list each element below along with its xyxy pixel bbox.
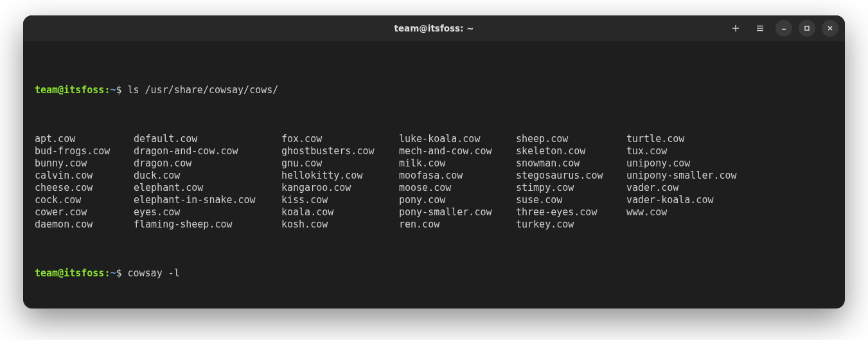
ls-file: three-eyes.cow [516,206,626,219]
ls-file: moofasa.cow [399,170,516,182]
ls-file: cheese.cow [35,182,134,194]
ls-file: pony-smaller.cow [399,206,516,219]
window-controls [727,15,838,41]
ls-file: elephant-in-snake.cow [134,194,281,206]
prompt-dollar: $ [116,267,127,279]
ls-file: eyes.cow [134,206,281,219]
ls-file [626,219,833,231]
ls-file: kiss.cow [281,194,399,206]
command-2: cowsay -l [128,267,180,279]
ls-file: dragon-and-cow.cow [134,145,281,157]
ls-file: stegosaurus.cow [516,170,626,182]
ls-file: tux.cow [626,145,833,157]
ls-file: vader.cow [626,182,833,194]
maximize-button[interactable] [799,20,815,37]
ls-file: unipony-smaller.cow [626,170,833,182]
ls-file: duck.cow [134,170,281,182]
menu-button[interactable] [751,19,769,37]
ls-file: turtle.cow [626,133,833,145]
ls-file: kosh.cow [281,219,399,231]
hamburger-icon [756,24,765,33]
ls-file: snowman.cow [516,157,626,170]
ls-file: elephant.cow [134,182,281,194]
ls-file: gnu.cow [281,157,399,170]
svg-rect-0 [805,26,809,30]
ls-file: dragon.cow [134,157,281,170]
titlebar: team@itsfoss: ~ [23,15,845,41]
ls-file: vader-koala.cow [626,194,833,206]
ls-file: moose.cow [399,182,516,194]
close-icon [826,24,834,32]
ls-file: unipony.cow [626,157,833,170]
ls-file: cower.cow [35,206,134,219]
ls-file: ren.cow [399,219,516,231]
plus-icon [731,24,740,33]
ls-file: daemon.cow [35,219,134,231]
ls-file: kangaroo.cow [281,182,399,194]
ls-file: www.cow [626,206,833,219]
ls-output-grid: apt.cowdefault.cowfox.cowluke-koala.cows… [35,133,833,231]
ls-file: ghostbusters.cow [281,145,399,157]
terminal-window: team@itsfoss: ~ team@itsfoss:~$ ls /usr/… [23,15,845,309]
prompt-line-2: team@itsfoss:~$ cowsay -l [35,267,833,280]
ls-file: default.cow [134,133,281,145]
minimize-button[interactable] [775,20,792,37]
ls-file: milk.cow [399,157,516,170]
maximize-icon [803,24,811,32]
ls-file: luke-koala.cow [399,133,516,145]
ls-file: flaming-sheep.cow [134,219,281,231]
minimize-icon [780,24,788,32]
prompt-user: team@itsfoss [35,84,104,96]
ls-file: fox.cow [281,133,399,145]
ls-file: turkey.cow [516,219,626,231]
ls-file: mech-and-cow.cow [399,145,516,157]
ls-file: koala.cow [281,206,399,219]
ls-file: cock.cow [35,194,134,206]
ls-file: calvin.cow [35,170,134,182]
prompt-line-1: team@itsfoss:~$ ls /usr/share/cowsay/cow… [35,84,833,96]
ls-file: bud-frogs.cow [35,145,134,157]
ls-file: pony.cow [399,194,516,206]
prompt-dollar: $ [116,84,127,96]
close-button[interactable] [822,20,838,37]
new-tab-button[interactable] [727,19,745,37]
ls-file: hellokitty.cow [281,170,399,182]
window-title: team@itsfoss: ~ [23,22,845,35]
ls-file: skeleton.cow [516,145,626,157]
prompt-user: team@itsfoss [35,267,104,279]
ls-file: suse.cow [516,194,626,206]
ls-file: apt.cow [35,133,134,145]
ls-file: sheep.cow [516,133,626,145]
terminal-body[interactable]: team@itsfoss:~$ ls /usr/share/cowsay/cow… [23,41,845,309]
command-1: ls /usr/share/cowsay/cows/ [128,84,279,96]
ls-file: stimpy.cow [516,182,626,194]
ls-file: bunny.cow [35,157,134,170]
